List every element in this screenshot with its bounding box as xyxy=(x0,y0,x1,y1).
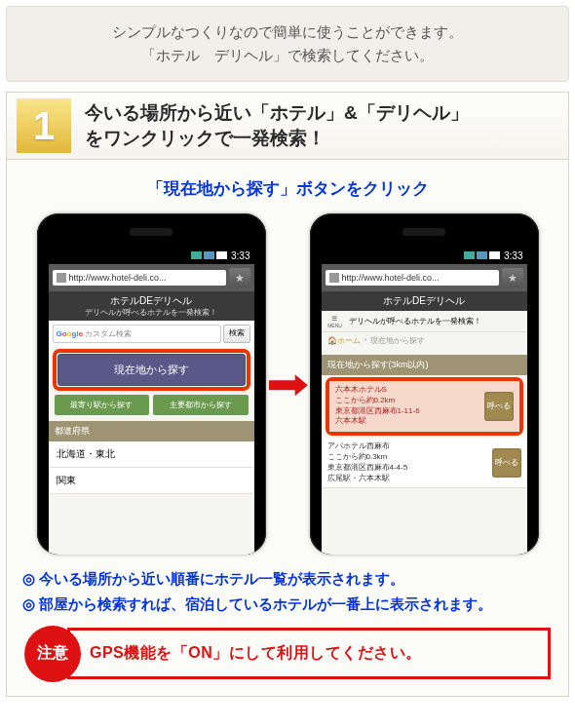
hotel-result[interactable]: アパホテル西麻布 ここから約0.3km 東京都港区西麻布4-4-5 広尾駅・六本… xyxy=(322,438,527,488)
phone-speaker xyxy=(130,228,172,236)
highlight-ring: 現在地から探す xyxy=(53,349,250,391)
signal-icon xyxy=(464,251,475,259)
bullet-mark-icon: ◎ xyxy=(22,594,35,615)
call-button[interactable]: 呼べる xyxy=(492,448,521,478)
step-title: 今いる場所から近い「ホテル」&「デリヘル」 をワンクリックで一発検索！ xyxy=(85,100,469,150)
arrow-icon: ➡ xyxy=(266,363,309,405)
status-bar: 3:33 xyxy=(322,247,527,264)
result-text: アパホテル西麻布 ここから約0.3km 東京都港区西麻布4-4-5 広尾駅・六本… xyxy=(327,441,488,483)
page-icon xyxy=(57,273,66,283)
status-icons xyxy=(464,251,500,259)
breadcrumb-home[interactable]: 🏠ホーム xyxy=(327,335,361,346)
intro-box: シンプルなつくりなので簡単に使うことができます。 「ホテル デリヘル」で検索して… xyxy=(6,6,569,82)
bullet-list: ◎今いる場所から近い順番にホテル一覧が表示されます。 ◎部屋から検索すれば、宿泊… xyxy=(22,568,553,616)
site-header: ホテルDEデリヘル xyxy=(322,291,527,311)
phones-row: 3:33 http://www.hotel-deli.co... ★ ホテルDE… xyxy=(13,213,562,555)
section-header: 都道府県 xyxy=(49,421,254,441)
breadcrumb-current: 現在地から探す xyxy=(370,335,425,346)
wifi-icon xyxy=(477,251,487,259)
battery-icon xyxy=(489,251,500,259)
search-button[interactable]: 検索 xyxy=(223,325,250,343)
phone-before: 3:33 http://www.hotel-deli.co... ★ ホテルDE… xyxy=(37,213,266,555)
step-content: 「現在地から探す」ボタンをクリック 3:33 http://www.hot xyxy=(6,160,569,697)
bullet-mark-icon: ◎ xyxy=(22,568,35,590)
section-header: 現在地から探す(3km以内) xyxy=(322,355,527,375)
browser-urlbar: http://www.hotel-deli.co... ★ xyxy=(49,264,254,291)
locate-button[interactable]: 現在地から探す xyxy=(58,354,246,386)
url-field[interactable]: http://www.hotel-deli.co... xyxy=(53,270,226,286)
step-header: 1 今いる場所から近い「ホテル」&「デリヘル」 をワンクリックで一発検索！ xyxy=(6,92,569,160)
breadcrumb-sep: › xyxy=(364,335,367,346)
bullet-item: ◎部屋から検索すれば、宿泊しているホテルが一番上に表示されます。 xyxy=(22,594,553,615)
site-header: ホテルDEデリヘル デリヘルが呼べるホテルを一発検索！ xyxy=(49,291,254,321)
bullet-item: ◎今いる場所から近い順番にホテル一覧が表示されます。 xyxy=(22,568,553,590)
phone-after: 3:33 http://www.hotel-deli.co... ★ ホテルDE… xyxy=(310,213,539,555)
result-text: 六本木ホテルS ここから約0.2km 東京都港区西麻布1-11-6 六本木駅 xyxy=(335,385,480,427)
bookmark-icon[interactable]: ★ xyxy=(229,268,250,287)
tagline: デリヘルが呼べるホテルを一発検索！ xyxy=(349,316,481,326)
intro-line: シンプルなつくりなので簡単に使うことができます。 xyxy=(22,20,553,44)
call-button[interactable]: 呼べる xyxy=(484,392,514,421)
region-item[interactable]: 北海道・東北 xyxy=(49,441,254,468)
hamburger-icon[interactable]: ≡MENU xyxy=(327,314,343,328)
google-logo-icon: Google xyxy=(57,329,84,338)
clock: 3:33 xyxy=(504,250,522,261)
status-icons xyxy=(191,251,227,259)
intro-line: 「ホテル デリヘル」で検索してください。 xyxy=(22,44,553,67)
major-city-button[interactable]: 主要都市から探す xyxy=(153,395,249,415)
menu-row: ≡MENU デリヘルが呼べるホテルを一発検索！ xyxy=(322,311,527,332)
page-icon xyxy=(329,273,339,283)
step-number-badge: 1 xyxy=(17,98,71,153)
phone-speaker xyxy=(402,228,445,236)
battery-icon xyxy=(216,251,227,259)
secondary-buttons: 最寄り駅から探す 主要都市から探す xyxy=(49,395,254,415)
bookmark-icon[interactable]: ★ xyxy=(502,268,523,287)
nearest-station-button[interactable]: 最寄り駅から探す xyxy=(55,395,150,415)
alert-badge: 注意 xyxy=(24,626,81,682)
clock: 3:33 xyxy=(231,250,249,261)
highlight-ring: 六本木ホテルS ここから約0.2km 東京都港区西麻布1-11-6 六本木駅 呼… xyxy=(326,377,523,436)
breadcrumb: 🏠ホーム › 現在地から探す xyxy=(322,332,527,349)
wifi-icon xyxy=(204,251,214,259)
region-item[interactable]: 関東 xyxy=(49,468,254,494)
search-row: Google カスタム検索 検索 xyxy=(49,321,254,347)
hotel-result[interactable]: 六本木ホテルS ここから約0.2km 東京都港区西麻布1-11-6 六本木駅 呼… xyxy=(329,381,519,432)
signal-icon xyxy=(191,251,202,259)
instruction-heading: 「現在地から探す」ボタンをクリック xyxy=(13,177,562,200)
url-field[interactable]: http://www.hotel-deli.co... xyxy=(326,270,499,286)
browser-urlbar: http://www.hotel-deli.co... ★ xyxy=(322,264,527,291)
search-input[interactable]: Google カスタム検索 xyxy=(53,325,221,343)
alert-row: 注意 GPS機能を「ON」にして利用してください。 xyxy=(24,626,551,682)
alert-text: GPS機能を「ON」にして利用してください。 xyxy=(67,628,551,679)
status-bar: 3:33 xyxy=(49,247,254,264)
phone-screen: 3:33 http://www.hotel-deli.co... ★ ホテルDE… xyxy=(49,247,254,555)
phone-screen: 3:33 http://www.hotel-deli.co... ★ ホテルDE… xyxy=(322,247,527,555)
